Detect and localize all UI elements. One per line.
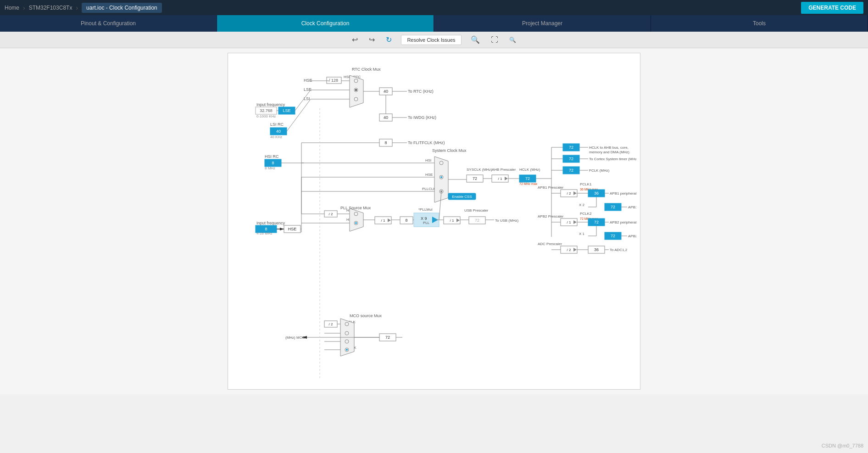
breadcrumb-arrow-1: › xyxy=(23,4,25,11)
rtc-clock-mux-label: RTC Clock Mux xyxy=(352,67,381,72)
fit-button[interactable]: ⛶ xyxy=(489,34,500,46)
usb-div: / 1 xyxy=(450,218,454,223)
sysclk-val: 72 xyxy=(473,176,477,181)
hclk-ahb-val: 72 xyxy=(569,145,573,150)
pclk2-label: PCLK2 xyxy=(580,212,592,216)
to-usb-label: To USB (MHz) xyxy=(495,218,518,223)
breadcrumb-home[interactable]: Home xyxy=(5,5,19,11)
hclk-val: 72 xyxy=(525,176,530,181)
input-hse-range: 4-16 MHz xyxy=(256,231,273,235)
pll-mul-box: X 9 xyxy=(421,216,427,221)
diagram-container: RTC Clock Mux HSE / 128 HSE_RTC LSE LSI xyxy=(228,53,640,390)
tab-clock[interactable]: Clock Configuration xyxy=(217,15,434,32)
zoom-in-button[interactable]: 🔍 xyxy=(469,34,482,46)
apb2-prescaler-label: APB2 Prescaler xyxy=(538,214,564,218)
svg-point-91 xyxy=(355,222,357,224)
to-iwdg-label: To IWDG (KHz) xyxy=(408,115,436,120)
apb2-timer-label: APB2 timer clocks (MHz) xyxy=(628,234,636,238)
pll-hsi-div2: / 2 xyxy=(329,212,333,216)
zoom-out-button[interactable]: 🔍 xyxy=(507,35,518,45)
loading-indicator: ↻ xyxy=(384,34,394,46)
adc-out-val: 36 xyxy=(594,247,599,252)
pll-div: / 1 xyxy=(381,218,385,223)
cortex-label: To Cortex System timer (MHz) xyxy=(589,157,636,161)
tab-bar: Pinout & Configuration Clock Configurati… xyxy=(0,15,868,32)
main-content: RTC Clock Mux HSE / 128 HSE_RTC LSE LSI xyxy=(0,48,868,394)
lsi-rc-label: LSI RC xyxy=(270,122,284,127)
to-rtc-label: To RTC (KHz) xyxy=(408,89,434,94)
usb-val: 72 xyxy=(475,218,479,223)
hsi-mhz: 8 MHz xyxy=(265,166,275,170)
generate-code-button[interactable]: GENERATE CODE xyxy=(801,2,863,14)
x2-label: X 2 xyxy=(579,203,585,207)
hclk-label: HCLK (MHz) xyxy=(519,168,540,172)
flitfclk-val: 8 xyxy=(384,140,387,145)
tab-tools[interactable]: Tools xyxy=(651,15,868,32)
hsi-mux-label: HSI xyxy=(425,158,431,162)
hclk-max: 72 MHz max xyxy=(519,182,538,185)
pll-input-val: 8 xyxy=(405,218,407,223)
apb1-peri-label: APB1 peripheral clocks (MHz) xyxy=(610,191,636,196)
rtc-val: 40 xyxy=(384,89,388,94)
svg-point-36 xyxy=(440,176,442,178)
cortex-val: 72 xyxy=(569,157,573,161)
input-hse-label: Input frequency xyxy=(256,221,285,225)
x1-label: X 1 xyxy=(579,232,585,236)
apb1-peri-val: 36 xyxy=(594,191,599,196)
apb1-timer-val: 72 xyxy=(611,205,615,209)
pllclk-mux-label: PLLCLK xyxy=(422,187,436,191)
top-bar: Home › STM32F103C8Tx › uart.ioc - Clock … xyxy=(0,0,868,15)
mco-out-val: 72 xyxy=(385,335,390,340)
apb1-timer-label: APB1 Timer clocks (MHz) xyxy=(628,205,636,209)
to-flitfclk-label: To FLITFCLK (MHz) xyxy=(408,140,445,145)
apb1-prescaler-label: APB1 Prescaler xyxy=(538,185,564,190)
pll-label: PLL xyxy=(423,221,430,225)
svg-marker-33 xyxy=(434,157,448,202)
fclk-label: FCLK (MHz) xyxy=(589,168,610,173)
clock-diagram-svg: RTC Clock Mux HSE / 128 HSE_RTC LSE LSI xyxy=(233,58,636,384)
ahb-val: / 1 xyxy=(498,177,502,181)
redo-button[interactable]: ↪ xyxy=(367,34,377,46)
pll-source-mux-label: PLL Source Mux xyxy=(340,206,371,210)
svg-marker-6 xyxy=(350,75,363,107)
apb1-val: / 2 xyxy=(567,191,571,196)
sysclk-label: SYSCLK (MHz) xyxy=(467,168,492,172)
to-adc-label: To ADC1,2 xyxy=(610,248,628,252)
hclk-ahb-label: HCLK to AHB bus, core, xyxy=(589,145,629,150)
hse-label-top: HSE xyxy=(304,78,312,83)
resolve-clock-button[interactable]: Resolve Clock Issues xyxy=(401,35,461,45)
svg-point-123 xyxy=(346,349,348,351)
apb2-timer-val: 72 xyxy=(611,234,615,238)
enable-css-btn: Enable CSS xyxy=(452,195,472,199)
hse-block: HSE xyxy=(288,227,297,231)
adc-val: / 2 xyxy=(567,248,571,252)
apb2-peri-label: APB2 peripheral clocks (MHz) xyxy=(610,220,636,224)
system-clock-mux-label: System Clock Mux xyxy=(432,148,467,153)
ahb-prescaler-label: AHB Prescaler xyxy=(492,168,516,172)
hsi-rc-label: HSI RC xyxy=(265,154,279,159)
lsi-val: 40 xyxy=(276,129,281,134)
mco-label: (MHz) MCO xyxy=(285,336,305,340)
input-freq-range-lse: 0-1000 KHz xyxy=(256,114,276,118)
lsi-to-mux: LSI xyxy=(304,96,310,101)
apb2-peri-val: 72 xyxy=(594,220,599,224)
mco-source-mux-label: MCO source Mux xyxy=(350,313,382,318)
tab-project[interactable]: Project Manager xyxy=(434,15,651,32)
input-freq-val-lse: 32.768 xyxy=(260,108,273,113)
apb2-val: / 1 xyxy=(567,220,571,224)
input-hse-val: 8 xyxy=(265,227,267,231)
hsi-val: 8 xyxy=(272,161,274,165)
hse-div128-label: / 128 xyxy=(329,78,338,83)
iwdg-val: 40 xyxy=(384,115,388,120)
lse-to-mux: LSE xyxy=(304,87,312,92)
toolbar: ↩ ↪ ↻ Resolve Clock Issues 🔍 ⛶ 🔍 xyxy=(0,32,868,48)
svg-point-8 xyxy=(355,89,357,91)
lsi-khz: 40 KHz xyxy=(270,135,282,139)
fclk-val: 72 xyxy=(569,168,573,173)
breadcrumb-project[interactable]: STM32F103C8Tx xyxy=(29,5,72,11)
input-freq-label-lse: Input frequency xyxy=(256,102,285,107)
pclk1-label: PCLK1 xyxy=(580,182,592,186)
tab-pinout[interactable]: Pinout & Configuration xyxy=(0,15,217,32)
adc-prescaler-label: ADC Prescaler xyxy=(538,242,562,246)
undo-button[interactable]: ↩ xyxy=(350,34,360,46)
